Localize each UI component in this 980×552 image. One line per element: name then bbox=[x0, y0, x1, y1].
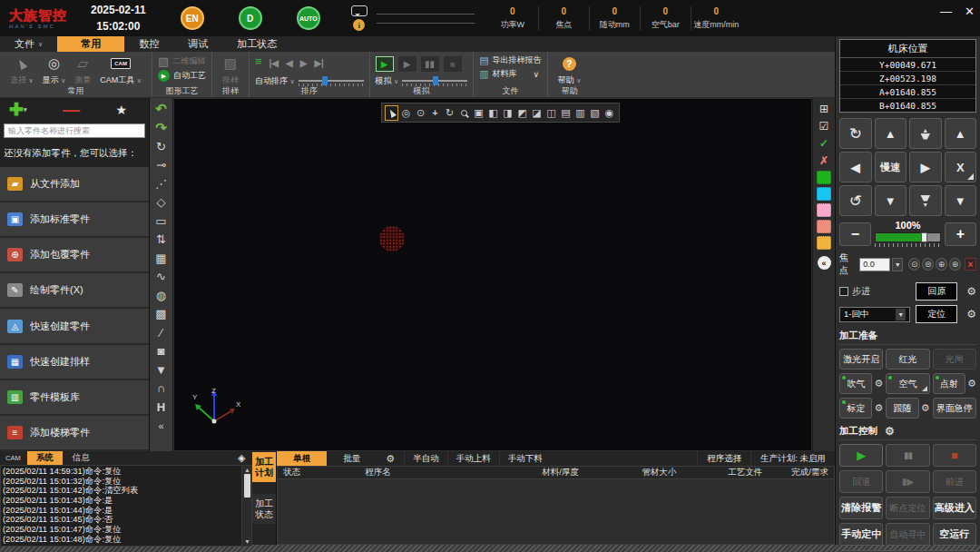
rotate-a-ccw-button[interactable]: ↺A bbox=[839, 185, 872, 216]
grid-icon[interactable]: ▦ bbox=[150, 249, 172, 268]
color-swatch-salmon[interactable] bbox=[817, 220, 831, 233]
run-mode-badge[interactable]: D bbox=[239, 6, 262, 30]
view-iso-icon[interactable]: ▣ bbox=[472, 104, 485, 121]
skip-first-button[interactable]: |◀ bbox=[270, 58, 279, 68]
checkbox-icon[interactable]: ☑ bbox=[819, 119, 829, 133]
quick-create-nest-button[interactable]: ▦ 快速创建排样 bbox=[0, 345, 149, 380]
close-button[interactable]: ✕ bbox=[965, 5, 975, 17]
home-settings-icon[interactable]: ⚙ bbox=[966, 285, 976, 298]
spot-settings-icon[interactable]: ⚙ bbox=[967, 378, 976, 389]
minimize-button[interactable]: — bbox=[940, 5, 952, 17]
focus-preset-4-icon[interactable]: ⊛ bbox=[949, 258, 961, 271]
view-bottom-icon[interactable]: ▤ bbox=[559, 104, 573, 121]
forward-button[interactable]: 前进 bbox=[933, 470, 976, 493]
program-select-button[interactable]: 程序选择 bbox=[697, 451, 750, 466]
scroll-thumb[interactable] bbox=[244, 474, 250, 498]
scroll-down-icon[interactable]: ▼ bbox=[244, 538, 250, 545]
laser-on-button[interactable]: 激光开启 bbox=[839, 349, 883, 370]
sort-slider[interactable] bbox=[299, 77, 364, 86]
centering-select[interactable]: 1-回中 ▼ bbox=[839, 307, 910, 322]
air-button[interactable]: 空气 bbox=[886, 373, 929, 394]
tab-cam[interactable]: CAM bbox=[0, 451, 26, 465]
view-right-icon[interactable]: ◪ bbox=[530, 104, 544, 121]
menu-machining-status[interactable]: 加工状态 bbox=[222, 36, 291, 52]
blow-gas-button[interactable]: 吹气 bbox=[839, 373, 872, 394]
advanced-entry-button[interactable]: 高级进入 bbox=[933, 497, 976, 519]
bridge-icon[interactable]: ∩ bbox=[150, 380, 172, 399]
rotate-a-cw-button[interactable]: ↻A bbox=[839, 118, 872, 149]
slow-speed-button[interactable]: 慢速 bbox=[875, 152, 907, 182]
draw-part-button[interactable]: ✎ 绘制零件(X) bbox=[0, 273, 149, 309]
add-standard-part-button[interactable]: ▣ 添加标准零件 bbox=[0, 202, 149, 238]
view-left-icon[interactable]: ◩ bbox=[515, 104, 529, 121]
polyline-icon[interactable]: ⋰ bbox=[150, 174, 172, 193]
color-swatch-pink[interactable] bbox=[817, 203, 831, 217]
col-process-file[interactable]: 工艺文件 bbox=[722, 467, 786, 478]
red-light-button[interactable]: 红光 bbox=[886, 349, 929, 370]
col-material-thickness[interactable]: 材料/厚度 bbox=[536, 467, 636, 478]
add-ladder-part-button[interactable]: ≡ 添加楼梯零件 bbox=[0, 416, 149, 451]
menu-nc[interactable]: 数控 bbox=[124, 36, 173, 52]
node-link-icon[interactable]: ⊸ bbox=[150, 156, 172, 175]
nozzle-up-button[interactable]: ▲ bbox=[909, 118, 942, 149]
circle-square-icon[interactable]: ◙ bbox=[150, 342, 172, 361]
view-front-icon[interactable]: ◧ bbox=[486, 104, 500, 121]
measure-tool-button[interactable]: ▱ 测量 bbox=[70, 54, 95, 86]
auto-center-button[interactable]: 自动寻中 bbox=[886, 523, 929, 546]
tab-machining-state[interactable]: 加工状态 bbox=[252, 494, 276, 524]
undo-icon[interactable]: ↶ bbox=[150, 100, 172, 119]
auto-mode-badge[interactable]: AUTO bbox=[297, 6, 320, 30]
auto-process-button[interactable]: ▶ 自动工艺 bbox=[158, 70, 206, 82]
magic-wand-icon[interactable]: ★ bbox=[115, 103, 127, 117]
col-status[interactable]: 状态 bbox=[278, 467, 359, 478]
collapse-panel-icon[interactable]: « bbox=[818, 256, 831, 270]
shape-icon[interactable]: ◇ bbox=[150, 193, 172, 212]
color-swatch-orange[interactable] bbox=[817, 236, 831, 250]
drawing-canvas[interactable]: ◎ ⊙ + ↻ ▣ ◧ ◨ ◩ ◪ ◫ ▤ ▥ ▧ ◉ bbox=[173, 98, 812, 451]
start-button[interactable]: ▶ bbox=[839, 444, 883, 467]
col-program-name[interactable]: 程序名 bbox=[359, 467, 536, 478]
focus-dropdown-icon[interactable]: ▼ bbox=[892, 258, 903, 271]
rotate-tool-icon[interactable]: ↻ bbox=[150, 137, 172, 156]
focus-clear-icon[interactable]: × bbox=[965, 258, 976, 271]
tab-manual-load[interactable]: 手动上料 bbox=[447, 451, 499, 466]
rotate-view-icon[interactable]: ↻ bbox=[443, 104, 456, 121]
tab-info[interactable]: 信息 bbox=[64, 451, 99, 465]
select-cursor-icon[interactable] bbox=[385, 105, 398, 121]
add-part-button[interactable]: ✚▾ bbox=[9, 102, 26, 118]
jog-left-button[interactable]: ◀ bbox=[839, 152, 872, 182]
sim-pause-button[interactable]: ▮▮ bbox=[421, 56, 439, 72]
prev-button[interactable]: ◀ bbox=[286, 58, 293, 68]
swap-updown-icon[interactable]: ⇅ bbox=[150, 231, 172, 250]
clear-alarm-button[interactable]: 清除报警 bbox=[839, 497, 883, 519]
sim-play-button[interactable]: ▶ bbox=[398, 56, 416, 72]
tab-machining-plan[interactable]: 加工计划 bbox=[252, 452, 276, 482]
skip-last-button[interactable]: ▶| bbox=[314, 58, 324, 68]
message-icon[interactable] bbox=[351, 5, 368, 16]
col-tube-size[interactable]: 管材大小 bbox=[636, 467, 722, 478]
tab-single-tube[interactable]: 单根 bbox=[277, 451, 327, 466]
focus-input[interactable] bbox=[859, 258, 890, 271]
tab-system[interactable]: 系统 bbox=[27, 451, 63, 465]
export-report-button[interactable]: ▤ 导出排样报告 bbox=[479, 54, 541, 66]
calibrate-button[interactable]: 标定 bbox=[839, 398, 872, 419]
sim-start-button[interactable]: ▶ bbox=[376, 56, 394, 72]
step-back-button[interactable]: 回退 bbox=[839, 470, 883, 493]
control-settings-icon[interactable]: ⚙ bbox=[885, 425, 895, 438]
check-icon[interactable]: ✓ bbox=[819, 136, 828, 151]
clear-log-icon[interactable]: ◈ bbox=[238, 451, 245, 465]
select-tool-button[interactable]: 选择 ∨ bbox=[5, 54, 38, 86]
pan-icon[interactable]: + bbox=[428, 104, 442, 121]
shutter-button[interactable]: 光闸 bbox=[933, 349, 976, 370]
tab-semi-auto[interactable]: 半自动 bbox=[404, 451, 447, 466]
help-button[interactable]: ? 帮助 ∨ bbox=[554, 54, 586, 86]
layers-icon[interactable]: ⊞ bbox=[819, 102, 828, 116]
dry-run-button[interactable]: 空运行 bbox=[933, 523, 976, 546]
blow-settings-icon[interactable]: ⚙ bbox=[874, 378, 883, 389]
circle-select-icon[interactable]: ◎ bbox=[399, 104, 413, 121]
breakpoint-locate-button[interactable]: 断点定位 bbox=[886, 497, 929, 519]
measure-line-icon[interactable]: ∕ bbox=[150, 323, 172, 342]
jog-right-button[interactable]: ▶ bbox=[909, 152, 942, 182]
quick-create-part-button[interactable]: ◬ 快速创建零件 bbox=[0, 309, 149, 344]
slider-handle[interactable] bbox=[322, 76, 328, 85]
